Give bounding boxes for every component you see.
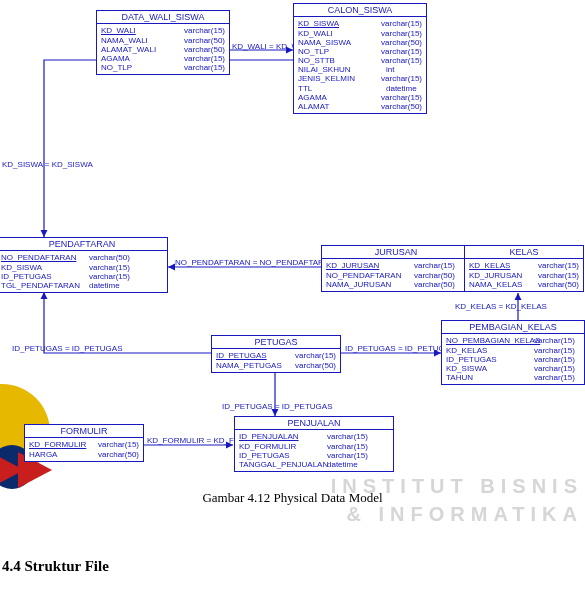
column-type: datetime <box>327 460 358 469</box>
column-name: KD_WALI <box>101 26 184 35</box>
table-row: TAHUNvarchar(15) <box>446 373 580 382</box>
table-row: ID_PETUGASvarchar(15) <box>446 355 580 364</box>
column-name: NAMA_SISWA <box>298 38 381 47</box>
table-pendaftaran: PENDAFTARAN NO_PENDAFTARANvarchar(50)KD_… <box>0 237 168 293</box>
table-row: TTLdatetime <box>298 84 422 93</box>
table-row: TANGGAL_PENJUALANdatetime <box>239 460 389 469</box>
column-name: AGAMA <box>101 54 184 63</box>
table-body: KD_SISWAvarchar(15)KD_WALIvarchar(15)NAM… <box>294 17 426 113</box>
column-name: KD_WALI <box>298 29 381 38</box>
table-body: ID_PENJUALANvarchar(15)KD_FORMULIRvarcha… <box>235 430 393 471</box>
column-type: varchar(15) <box>534 355 575 364</box>
column-name: KD_FORMULIR <box>29 440 98 449</box>
column-type: varchar(15) <box>295 351 336 360</box>
table-petugas: PETUGAS ID_PETUGASvarchar(15)NAMA_PETUGA… <box>211 335 341 373</box>
column-type: varchar(15) <box>534 346 575 355</box>
table-row: AGAMAvarchar(15) <box>298 93 422 102</box>
table-title: CALON_SISWA <box>294 4 426 17</box>
column-type: varchar(15) <box>381 74 422 83</box>
column-name: KD_JURUSAN <box>326 261 414 270</box>
column-type: varchar(15) <box>327 451 368 460</box>
table-penjualan: PENJUALAN ID_PENJUALANvarchar(15)KD_FORM… <box>234 416 394 472</box>
table-title: PEMBAGIAN_KELAS <box>442 321 584 334</box>
column-type: varchar(15) <box>89 272 130 281</box>
column-type: datetime <box>386 84 417 93</box>
table-pembagian-kelas: PEMBAGIAN_KELAS NO_PEMBAGIAN_KELASvarcha… <box>441 320 585 385</box>
column-type: varchar(15) <box>538 261 579 270</box>
table-row: NO_PENDAFTARANvarchar(50) <box>326 271 466 280</box>
table-row: ID_PETUGASvarchar(15) <box>1 272 163 281</box>
table-row: KD_JURUSANvarchar(15) <box>326 261 466 270</box>
table-row: NAMA_SISWAvarchar(50) <box>298 38 422 47</box>
table-row: NO_STTBvarchar(15) <box>298 56 422 65</box>
column-type: varchar(50) <box>414 271 455 280</box>
column-name: NO_STTB <box>298 56 381 65</box>
table-row: KD_SISWAvarchar(15) <box>298 19 422 28</box>
column-type: varchar(15) <box>98 440 139 449</box>
table-calon-siswa: CALON_SISWA KD_SISWAvarchar(15)KD_WALIva… <box>293 3 427 114</box>
table-title: PENDAFTARAN <box>0 238 167 251</box>
table-row: NAMA_KELASvarchar(50) <box>469 280 579 289</box>
table-row: KD_SISWAvarchar(15) <box>1 263 163 272</box>
column-name: NAMA_PETUGAS <box>216 361 295 370</box>
table-row: NO_PENDAFTARANvarchar(50) <box>1 253 163 262</box>
column-name: TAHUN <box>446 373 534 382</box>
column-name: ID_PETUGAS <box>239 451 327 460</box>
column-name: JENIS_KELMIN <box>298 74 381 83</box>
table-title: KELAS <box>465 246 583 259</box>
table-body: NO_PEMBAGIAN_KELASvarchar(15)KD_KELASvar… <box>442 334 584 384</box>
column-type: varchar(50) <box>538 280 579 289</box>
column-type: varchar(15) <box>381 19 422 28</box>
table-row: ID_PENJUALANvarchar(15) <box>239 432 389 441</box>
column-type: varchar(15) <box>534 364 575 373</box>
column-name: TANGGAL_PENJUALAN <box>239 460 327 469</box>
column-name: NAMA_JURUSAN <box>326 280 414 289</box>
column-type: varchar(15) <box>381 93 422 102</box>
section-heading: 4.4 Struktur File <box>2 558 109 575</box>
table-jurusan: JURUSAN KD_JURUSANvarchar(15)NO_PENDAFTA… <box>321 245 471 292</box>
table-row: KD_FORMULIRvarchar(15) <box>29 440 139 449</box>
column-name: KD_FORMULIR <box>239 442 327 451</box>
table-row: JENIS_KELMINvarchar(15) <box>298 74 422 83</box>
column-type: varchar(50) <box>184 45 225 54</box>
table-row: KD_JURUSANvarchar(15) <box>469 271 579 280</box>
column-name: NO_TLP <box>101 63 184 72</box>
column-type: varchar(15) <box>534 373 575 382</box>
column-name: KD_SISWA <box>1 263 89 272</box>
table-body: KD_JURUSANvarchar(15)NO_PENDAFTARANvarch… <box>322 259 470 291</box>
column-type: varchar(15) <box>414 261 455 270</box>
table-row: AGAMAvarchar(15) <box>101 54 225 63</box>
table-row: KD_WALIvarchar(15) <box>298 29 422 38</box>
table-row: KD_FORMULIRvarchar(15) <box>239 442 389 451</box>
column-type: varchar(15) <box>534 336 575 345</box>
table-body: NO_PENDAFTARANvarchar(50)KD_SISWAvarchar… <box>0 251 167 292</box>
table-row: KD_KELASvarchar(15) <box>469 261 579 270</box>
table-row: NO_PEMBAGIAN_KELASvarchar(15) <box>446 336 580 345</box>
column-name: ALAMAT <box>298 102 381 111</box>
rel-label-kelas: KD_KELAS = KD_KELAS <box>455 302 547 311</box>
table-row: TGL_PENDAFTARANdatetime <box>1 281 163 290</box>
rel-label-petugas-penjualan: ID_PETUGAS = ID_PETUGAS <box>222 402 332 411</box>
column-type: varchar(50) <box>381 38 422 47</box>
table-title: FORMULIR <box>25 425 143 438</box>
table-row: KD_KELASvarchar(15) <box>446 346 580 355</box>
column-type: datetime <box>89 281 120 290</box>
column-type: varchar(15) <box>89 263 130 272</box>
column-name: NILAI_SKHUN <box>298 65 386 74</box>
column-name: KD_SISWA <box>446 364 534 373</box>
table-title: PENJUALAN <box>235 417 393 430</box>
table-title: JURUSAN <box>322 246 470 259</box>
rel-label-petugas-pembagian: ID_PETUGAS = ID_PETUGAS <box>345 344 455 353</box>
rel-label-pendaftaran: NO_PENDAFTARAN = NO_PENDAFTARAN <box>175 258 335 267</box>
rel-label-siswa: KD_SISWA = KD_SISWA <box>2 160 93 169</box>
diagram-canvas: KD_WALI = KD_WALI KD_SISWA = KD_SISWA NO… <box>0 0 585 608</box>
column-name: TGL_PENDAFTARAN <box>1 281 89 290</box>
table-row: ALAMATvarchar(50) <box>298 102 422 111</box>
column-type: varchar(50) <box>98 450 139 459</box>
rel-label-petugas-pendaftaran: ID_PETUGAS = ID_PETUGAS <box>12 344 122 353</box>
column-type: varchar(50) <box>89 253 130 262</box>
table-row: ALAMAT_WALIvarchar(50) <box>101 45 225 54</box>
table-row: NILAI_SKHUNint <box>298 65 422 74</box>
column-name: HARGA <box>29 450 98 459</box>
table-body: ID_PETUGASvarchar(15)NAMA_PETUGASvarchar… <box>212 349 340 371</box>
